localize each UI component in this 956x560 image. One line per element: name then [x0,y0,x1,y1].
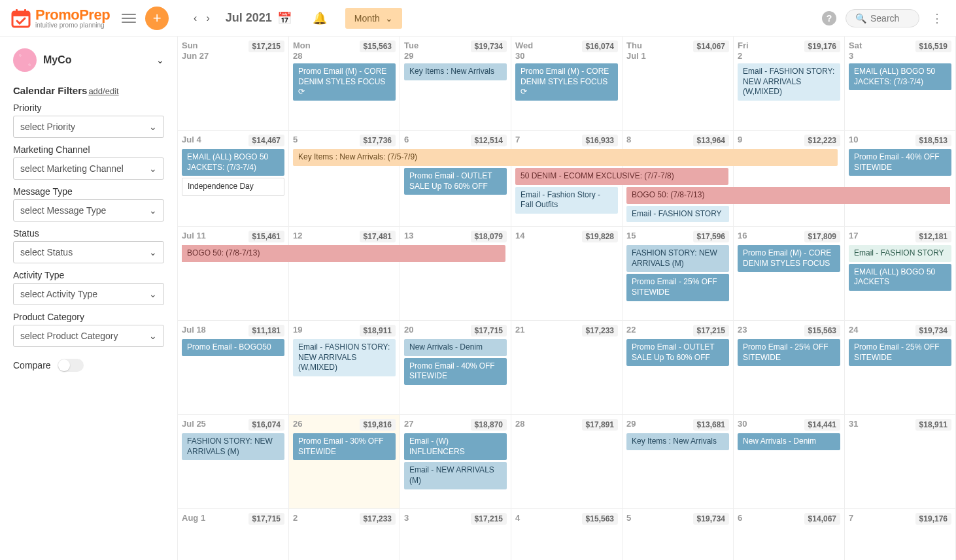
sidebar: MyCo ⌄ Calendar Filtersadd/edit Priority… [0,37,178,560]
org-selector[interactable]: MyCo ⌄ [13,46,164,82]
calendar-cell[interactable]: 15$17,596FASHION STORY: NEW ARRIVALS (M)… [623,227,734,321]
calendar-cell[interactable]: 9$12,223 [734,131,845,227]
calendar-cell[interactable]: 4$15,563 [511,509,623,560]
calendar-event[interactable]: Email - FASHION STORY: NEW ARRIVALS (W,M… [293,339,396,376]
calendar-event[interactable]: Email - Fashion Story - Fall Outfits [515,187,618,214]
calendar-event[interactable]: BOGO 50: (7/8-7/13) [626,187,950,204]
filter-select-activity-type[interactable]: select Activity Type⌄ [13,283,164,305]
calendar-cell[interactable]: SunJun 27$17,215 [178,37,289,131]
month-picker[interactable]: Jul 2021 📅 [226,11,292,25]
calendar-cell[interactable]: 16$17,809Promo Email (M) - CORE DENIM ST… [734,227,845,321]
filter-select-marketing-channel[interactable]: select Marketing Channel⌄ [13,157,164,180]
calendar-cell[interactable]: 3$17,215 [400,509,511,560]
calendar-cell[interactable]: 6$14,067 [734,509,845,560]
calendar-cell[interactable]: Jul 25$16,074FASHION STORY: NEW ARRIVALS… [178,415,289,509]
calendar-event[interactable]: Email - NEW ARRIVALS (M) [404,462,507,489]
calendar-cell[interactable]: 7$16,93350 DENIM - ECOMM EXCLUSIVE: (7/7… [511,131,623,227]
calendar-cell[interactable]: Mon28$15,563Promo Email (M) - CORE DENIM… [289,37,400,131]
calendar-event[interactable]: Independence Day [182,178,284,196]
calendar-cell[interactable]: 23$15,563Promo Email - 25% OFF SITEWIDE [734,321,845,415]
calendar-event[interactable]: Promo Email - BOGO50 [182,339,284,356]
cell-amount: $13,681 [693,419,729,431]
cell-date: 24 [849,325,858,335]
calendar-event[interactable]: BOGO 50: (7/8-7/13) [182,245,505,262]
search-box[interactable]: 🔍 [845,9,919,27]
calendar-event[interactable]: Promo Email - OUTLET SALE Up To 60% OFF [404,168,507,195]
calendar-event[interactable]: New Arrivals - Denim [738,433,840,450]
calendar-cell[interactable]: 5$19,734 [623,509,734,560]
calendar-cell[interactable]: 14$19,828 [511,227,623,321]
logo[interactable]: PromoPrep intuitive promo planning [10,8,110,29]
calendar-event[interactable]: FASHION STORY: NEW ARRIVALS (M) [626,245,729,272]
more-menu-icon[interactable]: ⋮ [929,8,946,28]
notifications-icon[interactable]: 🔔 [313,11,327,25]
calendar-event[interactable]: Promo Email - 40% OFF SITEWIDE [849,149,951,176]
calendar-event[interactable]: New Arrivals - Denim [404,339,507,356]
calendar-cell[interactable]: Jul 4$14,467EMAIL (ALL) BOGO 50 JACKETS:… [178,131,289,227]
header: PromoPrep intuitive promo planning + ‹ ›… [0,0,956,37]
calendar-cell[interactable]: 30$14,441New Arrivals - Denim [734,415,845,509]
calendar-event[interactable]: Promo Email - 40% OFF SITEWIDE [404,358,507,385]
calendar-cell[interactable]: 20$17,715New Arrivals - DenimPromo Email… [400,321,511,415]
calendar-event[interactable]: Key Items : New Arrivals [626,433,729,450]
filters-edit-link[interactable]: add/edit [88,86,118,96]
calendar-event[interactable]: Email - FASHION STORY [849,245,951,262]
filter-select-status[interactable]: select Status⌄ [13,241,164,263]
calendar-event[interactable]: Promo Email (M) - CORE DENIM STYLES FOCU… [738,245,840,272]
calendar-cell[interactable]: ThuJul 1$14,067 [623,37,734,131]
calendar-cell[interactable]: 13$18,079 [400,227,511,321]
calendar-cell[interactable]: 28$17,891 [511,415,623,509]
calendar-event[interactable]: Promo Email - 25% OFF SITEWIDE [849,339,951,366]
calendar-cell[interactable]: 12$17,481 [289,227,400,321]
calendar-cell[interactable]: Tue29$19,734Key Items : New Arrivals [400,37,511,131]
calendar-cell[interactable]: Jul 11$15,461BOGO 50: (7/8-7/13) [178,227,289,321]
calendar-cell[interactable]: Jul 18$11,181Promo Email - BOGO50 [178,321,289,415]
calendar-event[interactable]: Email - (W) INFLUENCERS [404,433,507,460]
filter-select-message-type[interactable]: select Message Type⌄ [13,199,164,222]
menu-toggle-icon[interactable] [122,14,136,23]
next-month-icon[interactable]: › [203,10,212,27]
help-icon[interactable]: ? [822,11,836,25]
calendar-event[interactable]: EMAIL (ALL) BOGO 50 JACKETS: (7/3-7/4) [849,63,951,90]
calendar-cell[interactable]: 21$17,233 [511,321,623,415]
calendar-cell[interactable]: 22$17,215Promo Email - OUTLET SALE Up To… [623,321,734,415]
calendar-event[interactable]: EMAIL (ALL) BOGO 50 JACKETS [849,264,951,291]
view-mode-select[interactable]: Month ⌄ [345,8,402,29]
calendar-cell[interactable]: 27$18,870Email - (W) INFLUENCERSEmail - … [400,415,511,509]
calendar-cell[interactable]: 2$17,233 [289,509,400,560]
calendar-event[interactable]: Key Items : New Arrivals [404,63,507,80]
calendar-cell[interactable]: 26$19,816Promo Email - 30% OFF SITEWIDE [289,415,400,509]
add-button[interactable]: + [145,7,169,30]
calendar-event[interactable]: 50 DENIM - ECOMM EXCLUSIVE: (7/7-7/8) [515,168,728,185]
calendar-cell[interactable]: 6$12,514Promo Email - OUTLET SALE Up To … [400,131,511,227]
calendar-cell[interactable]: 24$19,734Promo Email - 25% OFF SITEWIDE [845,321,956,415]
day-of-week: Fri [738,41,749,51]
prev-month-icon[interactable]: ‹ [191,10,199,27]
filter-select-priority[interactable]: select Priority⌄ [13,116,164,138]
calendar-cell[interactable]: Aug 1$17,715 [178,509,289,560]
calendar-cell[interactable]: Sat3$16,519EMAIL (ALL) BOGO 50 JACKETS: … [845,37,956,131]
calendar-cell[interactable]: Fri2$19,176Email - FASHION STORY: NEW AR… [734,37,845,131]
compare-toggle[interactable] [58,359,84,372]
calendar-cell[interactable]: 29$13,681Key Items : New Arrivals [623,415,734,509]
calendar-cell[interactable]: Wed30$16,074Promo Email (M) - CORE DENIM… [511,37,623,131]
calendar-event[interactable]: EMAIL (ALL) BOGO 50 JACKETS: (7/3-7/4) [182,149,284,176]
calendar-event[interactable]: Email - FASHION STORY: NEW ARRIVALS (W,M… [738,63,840,101]
filter-select-product-category[interactable]: select Product Category⌄ [13,325,164,347]
calendar-cell[interactable]: 31$18,911 [845,415,956,509]
calendar-cell[interactable]: 17$12,181Email - FASHION STORYEMAIL (ALL… [845,227,956,321]
calendar-cell[interactable]: 19$18,911Email - FASHION STORY: NEW ARRI… [289,321,400,415]
calendar-cell[interactable]: 10$18,513Promo Email - 40% OFF SITEWIDE [845,131,956,227]
calendar-event[interactable]: Promo Email (M) - CORE DENIM STYLES FOCU… [515,63,618,101]
calendar-event[interactable]: FASHION STORY: NEW ARRIVALS (M) [182,433,284,460]
calendar-event[interactable]: Promo Email (M) - CORE DENIM STYLES FOCU… [293,63,396,101]
calendar-cell[interactable]: 5$17,736Key Items : New Arrivals: (7/5-7… [289,131,400,227]
calendar-event[interactable]: Promo Email - 30% OFF SITEWIDE [293,433,396,460]
calendar-event[interactable]: Email - FASHION STORY [626,206,729,223]
calendar-event[interactable]: Promo Email - 25% OFF SITEWIDE [626,274,729,301]
calendar-event[interactable]: Promo Email - 25% OFF SITEWIDE [738,339,840,366]
search-input[interactable] [870,13,910,24]
calendar-cell[interactable]: 7$19,176 [845,509,956,560]
calendar-event[interactable]: Promo Email - OUTLET SALE Up To 60% OFF [626,339,729,366]
calendar-event[interactable]: Key Items : New Arrivals: (7/5-7/9) [293,149,838,166]
